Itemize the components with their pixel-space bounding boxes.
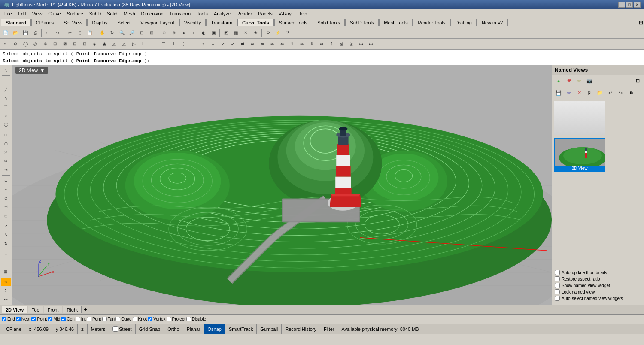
lt-mirror[interactable]: ⊣ (1, 203, 11, 211)
tb-zoom-all[interactable]: ⊡ (137, 28, 146, 38)
menu-tools[interactable]: Tools (194, 10, 210, 17)
lt-array[interactable]: ⊞ (1, 212, 11, 220)
view-thumb-2dview[interactable]: 2D View (554, 138, 605, 172)
viewport-canvas[interactable]: x y z (12, 65, 552, 305)
tb2-6[interactable]: ⊞ (50, 39, 60, 49)
vptab-top[interactable]: Top (28, 306, 43, 313)
nv-folder[interactable]: 📁 (595, 88, 605, 98)
osnap-point[interactable]: Point (31, 317, 47, 321)
tb-open[interactable]: 📂 (11, 28, 20, 38)
tb2-1[interactable]: ↖ (1, 39, 10, 49)
menu-render[interactable]: Render (234, 10, 255, 17)
cb-cen[interactable] (61, 317, 66, 321)
tb2-33[interactable]: ⇔ (317, 39, 326, 49)
bs-filter[interactable]: Filter (320, 324, 338, 334)
tb2-25[interactable]: ⇌ (238, 39, 247, 49)
vptab-2dview[interactable]: 2D View (2, 306, 27, 313)
tb2-27[interactable]: ⇎ (258, 39, 267, 49)
lt-offset[interactable]: ⊙ (1, 194, 11, 202)
osnap-int[interactable]: Int (76, 317, 86, 321)
tb2-16[interactable]: ⊣ (149, 39, 158, 49)
tb2-35[interactable]: ⊴ (337, 39, 346, 49)
tb2-34[interactable]: ⇕ (327, 39, 336, 49)
tb2-26[interactable]: ⇍ (248, 39, 257, 49)
lt-gumball[interactable]: ⊕ (1, 278, 11, 286)
osnap-near[interactable]: Near (16, 317, 31, 321)
tb-render3[interactable]: ☀ (241, 28, 250, 38)
tab-drafting[interactable]: Drafting (450, 19, 477, 26)
tb2-36[interactable]: ⊵ (346, 39, 356, 49)
osnap-quad[interactable]: Quad (115, 317, 131, 321)
tb2-3[interactable]: ◯ (21, 39, 30, 49)
tb2-22[interactable]: ↔ (208, 39, 218, 49)
tb2-19[interactable]: ⋮ (179, 39, 188, 49)
tab-select[interactable]: Select (113, 19, 136, 26)
tb2-7[interactable]: ⊠ (60, 39, 70, 49)
tb-render4[interactable]: ★ (251, 28, 260, 38)
tb2-18[interactable]: ⊥ (169, 39, 178, 49)
tab-meshtools[interactable]: Mesh Tools (379, 19, 412, 26)
cb-disable[interactable] (186, 317, 191, 321)
tb-mode6[interactable]: ▣ (209, 28, 218, 38)
bs-gumball[interactable]: Gumball (257, 324, 282, 334)
cb-perp[interactable] (87, 317, 91, 321)
tab-newinv7[interactable]: New in V7 (477, 19, 508, 26)
tb2-10[interactable]: ◈ (90, 39, 99, 49)
tb-zoom-in[interactable]: 🔍 (117, 28, 127, 38)
bs-ortho[interactable]: Ortho (164, 324, 183, 334)
checkbox-restore-aspect[interactable] (555, 276, 560, 281)
lt-chamfer[interactable]: ⌐ (1, 185, 11, 194)
menu-help[interactable]: Help (295, 10, 310, 17)
bs-gridsnap[interactable]: Grid Snap (136, 324, 164, 334)
tab-surfacetools[interactable]: Surface Tools (274, 19, 312, 26)
osnap-end[interactable]: End (2, 317, 15, 321)
tb2-38[interactable]: ⊷ (366, 39, 376, 49)
tb-redo[interactable]: ↪ (53, 28, 62, 38)
close-button[interactable]: ✕ (634, 2, 641, 8)
nv-edit[interactable]: ✏ (564, 88, 574, 98)
tab-curvetools[interactable]: Curve Tools (237, 19, 274, 26)
tab-transform[interactable]: Transform (206, 19, 237, 26)
tb2-5[interactable]: ⊛ (40, 39, 50, 49)
osnap-knot[interactable]: Knot (133, 317, 147, 321)
lt-extend[interactable]: ⇥ (1, 166, 11, 174)
tb2-30[interactable]: ⇑ (287, 39, 297, 49)
viewport-dropdown-icon[interactable]: ▼ (39, 67, 45, 73)
menu-analyze[interactable]: Analyze (211, 10, 233, 17)
tb-pan[interactable]: ✋ (97, 28, 107, 38)
tab-setview[interactable]: Set View (59, 19, 87, 26)
menu-vray[interactable]: V-Ray (276, 10, 294, 17)
tb-cut[interactable]: ✂ (65, 28, 75, 38)
cb-point[interactable] (31, 317, 36, 321)
lt-rect[interactable]: □ (1, 131, 11, 139)
osnap-mid[interactable]: Mid (48, 317, 60, 321)
nv-export[interactable]: ↪ (616, 88, 625, 98)
nv-color1[interactable]: ● (554, 76, 563, 86)
nv-visibility[interactable]: 👁 (626, 88, 635, 98)
tb-render2[interactable]: ▦ (231, 28, 240, 38)
cb-tan[interactable] (102, 317, 107, 321)
lt-text[interactable]: T (1, 259, 11, 267)
cb-street[interactable] (112, 326, 118, 332)
menu-edit[interactable]: Edit (15, 10, 29, 17)
lt-ellipse[interactable]: ◯ (1, 121, 11, 129)
tb2-15[interactable]: ⊢ (139, 39, 149, 49)
tb-misc2[interactable]: ⚡ (273, 28, 283, 38)
tb2-14[interactable]: ▷ (129, 39, 139, 49)
cb-knot[interactable] (133, 317, 137, 321)
tb2-9[interactable]: ⊡ (80, 39, 89, 49)
osnap-disable[interactable]: Disable (186, 317, 206, 321)
checkbox-show-widget[interactable] (555, 283, 560, 288)
lt-freeform[interactable]: ℱ (1, 148, 11, 157)
cb-quad[interactable] (115, 317, 120, 321)
tb2-20[interactable]: ⋯ (188, 39, 198, 49)
tb2-12[interactable]: ◬ (109, 39, 119, 49)
nv-camera[interactable]: 📷 (585, 76, 594, 86)
tb-print[interactable]: 🖨 (30, 28, 40, 38)
checkbox-auto-select[interactable] (555, 296, 560, 301)
tb2-4[interactable]: ◎ (30, 39, 40, 49)
menu-file[interactable]: File (2, 10, 15, 17)
lt-curve[interactable]: ∿ (1, 94, 11, 102)
lt-point[interactable]: · (1, 76, 11, 85)
lt-fillet[interactable]: ⌙ (1, 176, 11, 185)
